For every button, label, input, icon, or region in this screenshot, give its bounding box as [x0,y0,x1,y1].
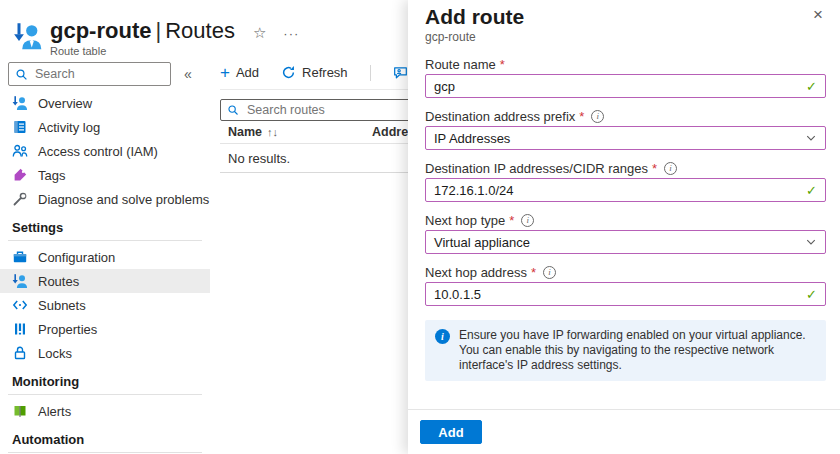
panel-title: Add route [425,5,826,28]
info-icon[interactable]: i [664,162,677,175]
refresh-icon [281,65,296,80]
favorite-star-icon[interactable]: ☆ [253,24,266,42]
destination-prefix-select[interactable]: IP Addresses [425,126,826,150]
access-control-icon [12,143,28,159]
sidebar-section-monitoring: Monitoring [8,374,202,395]
panel-footer: Add [408,409,840,454]
field-next-hop-type: Next hop type * i Virtual appliance [425,213,826,254]
collapse-menu-icon[interactable]: « [184,66,192,82]
info-icon[interactable]: i [521,214,534,227]
next-hop-address-input[interactable] [434,287,800,302]
required-marker: * [652,161,657,176]
search-icon [227,104,239,116]
field-destination-ip-ranges: Destination IP addresses/CIDR ranges * i… [425,161,826,202]
field-destination-address-prefix: Destination address prefix * i IP Addres… [425,109,826,150]
chevron-down-icon [805,132,817,144]
destination-prefix-label: Destination address prefix [425,109,575,124]
info-message: Ensure you have IP forwarding enabled on… [459,328,816,373]
add-button[interactable]: Add [420,420,482,444]
sidebar-item-routes[interactable]: Routes [0,269,210,293]
more-options-icon[interactable]: ··· [283,26,299,41]
toolbar-divider [370,65,371,81]
valid-check-icon: ✓ [806,183,817,198]
routes-icon [12,273,28,289]
search-icon [15,68,28,81]
sidebar-search-input[interactable] [33,66,164,82]
sidebar-section-automation: Automation [8,432,202,453]
info-icon[interactable]: i [543,266,556,279]
lock-icon [12,345,28,361]
close-icon[interactable]: × [813,6,823,23]
wrench-icon [12,191,28,207]
activity-log-icon [12,119,28,135]
next-hop-address-box: ✓ [425,282,826,306]
overview-icon [12,95,28,111]
next-hop-type-label: Next hop type [425,213,505,228]
required-marker: * [579,109,584,124]
next-hop-type-select[interactable]: Virtual appliance [425,230,826,254]
sidebar-item-access-control[interactable]: Access control (IAM) [0,139,210,163]
page-title: gcp-route|Routes [50,19,235,43]
sidebar-item-locks[interactable]: Locks [0,341,210,365]
route-name-label: Route name [425,57,496,72]
destination-ip-box: ✓ [425,178,826,202]
properties-icon [12,321,28,337]
panel-subtitle: gcp-route [425,30,826,44]
field-next-hop-address: Next hop address * i ✓ [425,265,826,306]
sidebar-item-subnets[interactable]: Subnets [0,293,210,317]
add-route-form: Route name * ✓ Destination address prefi… [425,57,826,381]
valid-check-icon: ✓ [806,79,817,94]
required-marker: * [500,57,505,72]
route-table-icon [13,21,43,51]
column-header-name[interactable]: Name ↑↓ [220,125,372,139]
field-route-name: Route name * ✓ [425,57,826,98]
sidebar-item-alerts[interactable]: Alerts [0,399,210,423]
sidebar-item-overview[interactable]: Overview [0,91,210,115]
route-name-input[interactable] [434,79,800,94]
route-name-box: ✓ [425,74,826,98]
sidebar-item-diagnose[interactable]: Diagnose and solve problems [0,187,210,211]
next-hop-address-label: Next hop address [425,265,527,280]
required-marker: * [531,265,536,280]
add-route-command[interactable]: + Add [220,65,259,80]
configuration-icon [12,249,28,265]
sidebar-section-settings: Settings [8,220,202,241]
resource-menu-sidebar: « Overview Activity log Access control (… [0,56,210,454]
tags-icon [12,167,28,183]
sidebar-item-activity-log[interactable]: Activity log [0,115,210,139]
info-icon: i [435,329,450,344]
feedback-icon [393,65,408,80]
sidebar-search-box[interactable] [8,62,171,86]
page-header: gcp-route|Routes Route table ☆ ··· [13,19,299,57]
add-route-panel: × Add route gcp-route Route name * ✓ Des… [408,0,840,454]
blade-name: Routes [165,18,235,43]
required-marker: * [509,213,514,228]
destination-ip-input[interactable] [434,183,800,198]
sidebar-item-tags[interactable]: Tags [0,163,210,187]
destination-ip-label: Destination IP addresses/CIDR ranges [425,161,648,176]
ip-forwarding-info-box: i Ensure you have IP forwarding enabled … [425,320,826,381]
sidebar-item-properties[interactable]: Properties [0,317,210,341]
sidebar-item-configuration[interactable]: Configuration [0,245,210,269]
plus-icon: + [220,65,230,80]
alerts-icon [12,403,28,419]
sort-icon: ↑↓ [267,126,278,138]
valid-check-icon: ✓ [806,287,817,302]
resource-name: gcp-route [50,18,151,43]
refresh-command[interactable]: Refresh [281,65,348,80]
info-icon[interactable]: i [591,110,604,123]
subnets-icon [12,297,28,313]
chevron-down-icon [805,236,817,248]
